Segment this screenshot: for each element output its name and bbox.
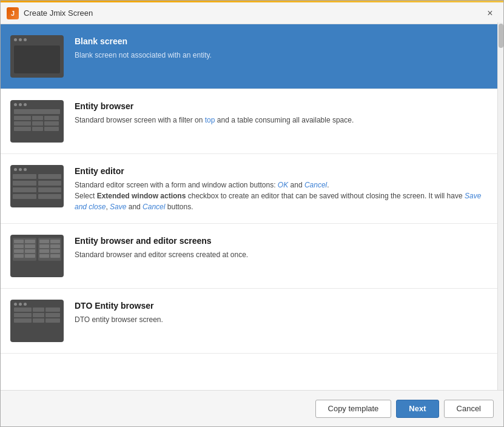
table-row — [14, 313, 60, 317]
row — [14, 244, 35, 248]
cancel-button[interactable]: Cancel — [444, 400, 494, 418]
form-field — [38, 181, 62, 186]
item-desc: Standard browser screen with a filter on… — [75, 115, 494, 126]
table-cell — [32, 127, 43, 131]
icon-dots — [10, 100, 64, 108]
close-button[interactable]: × — [483, 6, 497, 21]
filter-bar — [14, 109, 60, 114]
item-title: Blank screen — [75, 36, 494, 46]
sub-icon — [38, 238, 62, 261]
table-cell — [14, 127, 31, 131]
form-field — [38, 174, 62, 179]
dot — [24, 303, 27, 306]
table-cell — [33, 308, 44, 312]
row — [14, 240, 35, 243]
item-info: Blank screen Blank screen not associated… — [75, 35, 494, 61]
create-jmix-screen-dialog: J Create Jmix Screen × Blank screen Blan… — [0, 0, 504, 427]
list-item[interactable]: DTO Entity browser DTO entity browser sc… — [1, 289, 503, 354]
item-desc: DTO entity browser screen. — [75, 314, 494, 325]
app-icon: J — [7, 7, 19, 19]
sub-icon — [13, 238, 36, 261]
icon-dots — [10, 300, 64, 308]
next-button[interactable]: Next — [396, 400, 438, 418]
table-cell — [32, 116, 43, 120]
dot — [19, 38, 22, 41]
icon-dots — [10, 35, 64, 43]
form-field — [38, 194, 62, 199]
row — [39, 249, 61, 253]
dot — [19, 168, 22, 171]
form-field — [13, 187, 36, 192]
list-item[interactable]: Entity browser and editor screens Standa… — [1, 224, 503, 289]
list-item[interactable]: Entity browser Standard browser screen w… — [1, 89, 503, 154]
table-row — [14, 121, 60, 126]
dot — [19, 103, 22, 106]
cell — [39, 249, 49, 253]
table-cell — [45, 318, 60, 323]
blank-body — [14, 45, 60, 73]
copy-template-button[interactable]: Copy template — [315, 400, 392, 418]
dot — [14, 103, 17, 106]
entity-editor-icon — [10, 165, 64, 207]
cell — [14, 254, 24, 258]
table-cell — [44, 121, 59, 126]
cell — [39, 240, 49, 243]
dot — [14, 38, 17, 41]
table-cell — [14, 116, 31, 120]
table-area — [14, 116, 60, 131]
screen-type-list: Blank screen Blank screen not associated… — [1, 24, 503, 390]
cell — [14, 244, 24, 248]
table-cell — [32, 121, 43, 126]
entity-browser-editor-icon — [10, 235, 64, 277]
list-item[interactable]: Entity editor Standard editor screen wit… — [1, 154, 503, 224]
icon-dots — [10, 165, 64, 173]
item-title: Entity editor — [75, 166, 494, 176]
title-bar: J Create Jmix Screen × — [1, 2, 503, 24]
table-row — [14, 116, 60, 120]
cell — [25, 244, 35, 248]
cell — [50, 244, 60, 248]
table-cell — [14, 318, 32, 323]
cell — [50, 240, 60, 243]
dual-icon — [10, 235, 64, 263]
dot — [14, 303, 17, 306]
table-cell — [33, 318, 44, 323]
dot — [24, 168, 27, 171]
dot — [24, 38, 27, 41]
scrollbar[interactable] — [497, 22, 503, 390]
blank-screen-icon — [10, 35, 64, 78]
table-cell — [45, 313, 60, 317]
form-field — [38, 187, 62, 192]
form-field — [13, 174, 36, 179]
dialog-title: Create Jmix Screen — [24, 8, 478, 18]
row — [14, 254, 35, 258]
table-cell — [44, 116, 59, 120]
scrollbar-thumb[interactable] — [499, 24, 503, 48]
cell — [39, 254, 49, 258]
cell — [25, 254, 35, 258]
item-info: Entity browser Standard browser screen w… — [75, 100, 494, 126]
table-row — [14, 308, 60, 312]
dto-browser-icon — [10, 300, 64, 342]
row — [14, 249, 35, 253]
dot — [24, 103, 27, 106]
cell — [25, 240, 35, 243]
table-cell — [14, 121, 31, 126]
item-desc: Standard editor screen with a form and w… — [75, 180, 494, 212]
row — [39, 240, 61, 243]
dot — [14, 168, 17, 171]
cell — [14, 240, 24, 243]
list-item[interactable]: Blank screen Blank screen not associated… — [1, 24, 503, 89]
form-field — [13, 181, 36, 186]
cell — [50, 249, 60, 253]
form-area — [13, 174, 61, 199]
table-area — [14, 308, 60, 323]
item-info: Entity editor Standard editor screen wit… — [75, 165, 494, 212]
dot — [19, 303, 22, 306]
item-info: DTO Entity browser DTO entity browser sc… — [75, 300, 494, 325]
item-info: Entity browser and editor screens Standa… — [75, 235, 494, 260]
item-title: DTO Entity browser — [75, 301, 494, 311]
cell — [50, 254, 60, 258]
item-title: Entity browser — [75, 101, 494, 111]
entity-browser-icon — [10, 100, 64, 143]
